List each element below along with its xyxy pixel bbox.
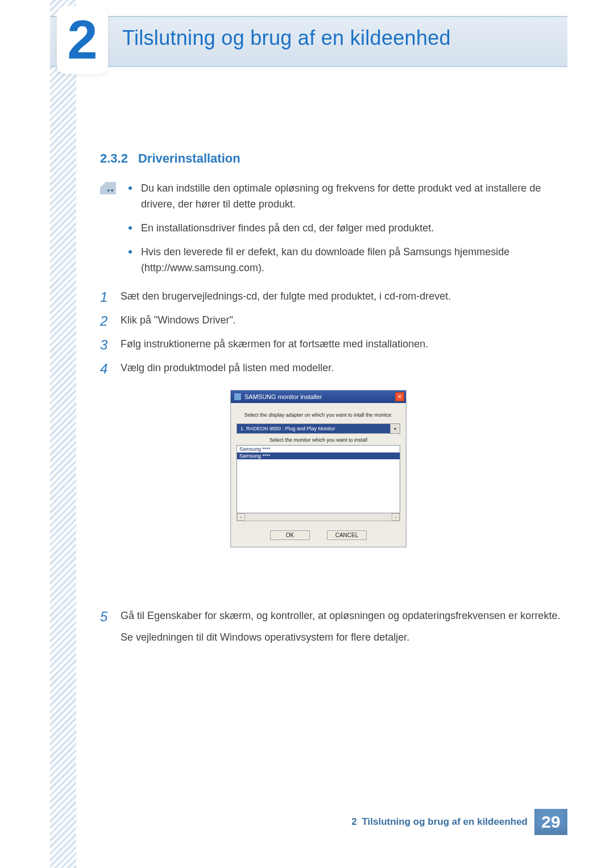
step-subtext: Se vejledningen til dit Windows operativ… (100, 630, 561, 646)
footer-chapter-label: 2 Tilslutning og brug af en kildeenhed (351, 816, 528, 828)
note-item: Hvis den leverede fil er defekt, kan du … (126, 244, 561, 276)
note-list: Du kan indstille den optimale opløsning … (126, 181, 561, 284)
adapter-select-value: 1. RADEON 9550 : Plug and Play Monitor (237, 423, 390, 434)
note-text: En installationsdriver findes på den cd,… (141, 222, 434, 234)
dialog-body: Select the display adapter on which you … (231, 403, 406, 547)
section-heading: 2.3.2 Driverinstallation (100, 151, 240, 166)
monitor-list[interactable]: Samsung **** Samsung **** (237, 445, 400, 513)
list-item-selected[interactable]: Samsung **** (237, 452, 400, 459)
step-number: 2 (100, 310, 107, 331)
chapter-title: Tilslutning og brug af en kildeenhed (122, 26, 451, 50)
dialog-button-row: OK CANCEL (237, 530, 400, 540)
note-item: Du kan indstille den optimale opløsning … (126, 181, 561, 213)
step-item: 1 Sæt den brugervejlednings-cd, der fulg… (100, 289, 561, 305)
note-item: En installationsdriver findes på den cd,… (126, 221, 561, 236)
chapter-badge: 2 (57, 6, 108, 74)
page-number: 29 (534, 809, 567, 835)
section-number: 2.3.2 (100, 151, 128, 166)
step-text: Sæt den brugervejlednings-cd, der fulgte… (121, 290, 451, 302)
dialog-instruction-1: Select the display adapter on which you … (237, 412, 400, 418)
step-number: 4 (100, 358, 107, 379)
step-text: Vælg din produktmodel på listen med mode… (121, 362, 334, 373)
note-text: Du kan indstille den optimale opløsning … (141, 182, 541, 210)
step-5-block: 5 Gå til Egenskaber for skærm, og kontro… (100, 608, 561, 646)
footer-chapter-number: 2 (351, 816, 356, 827)
chevron-down-icon[interactable]: ▾ (390, 423, 400, 434)
close-icon[interactable]: × (395, 392, 404, 401)
chapter-number: 2 (67, 13, 97, 67)
step-number: 3 (100, 334, 107, 355)
step-item: 5 Gå til Egenskaber for skærm, og kontro… (100, 608, 561, 624)
installer-dialog: SAMSUNG monitor installer × Select the d… (230, 390, 406, 547)
cancel-button[interactable]: CANCEL (327, 530, 367, 540)
list-item[interactable]: Samsung **** (237, 446, 400, 452)
document-page: 2 Tilslutning og brug af en kildeenhed 2… (0, 0, 614, 868)
dialog-titlebar: SAMSUNG monitor installer × (231, 391, 406, 403)
dialog-title-text: SAMSUNG monitor installer (244, 393, 322, 400)
step-item: 2 Klik på "Windows Driver". (100, 313, 561, 329)
scroll-left-icon[interactable]: ‹ (237, 513, 245, 521)
dialog-instruction-2: Select the monitor which you want to ins… (237, 437, 400, 443)
ok-button[interactable]: OK (270, 530, 310, 540)
steps-list: 1 Sæt den brugervejlednings-cd, der fulg… (100, 289, 561, 384)
left-tab-strip (50, 0, 76, 868)
footer-chapter-title: Tilslutning og brug af en kildeenhed (362, 816, 528, 827)
page-footer: 2 Tilslutning og brug af en kildeenhed 2… (50, 809, 567, 835)
step-number: 5 (100, 606, 107, 627)
horizontal-scrollbar[interactable]: ‹ › (237, 513, 400, 521)
step-text: Se vejledningen til dit Windows operativ… (121, 632, 409, 643)
step-number: 1 (100, 286, 107, 308)
step-text: Følg instruktionerne på skærmen for at f… (121, 338, 428, 350)
step-text: Gå til Egenskaber for skærm, og kontroll… (121, 610, 560, 621)
note-block: Du kan indstille den optimale opløsning … (100, 181, 561, 284)
step-item: 4 Vælg din produktmodel på listen med mo… (100, 360, 561, 376)
scroll-right-icon[interactable]: › (392, 513, 400, 521)
note-icon (100, 182, 116, 194)
note-text: Hvis den leverede fil er defekt, kan du … (141, 246, 509, 273)
step-item: 3 Følg instruktionerne på skærmen for at… (100, 337, 561, 352)
adapter-select[interactable]: 1. RADEON 9550 : Plug and Play Monitor ▾ (237, 423, 400, 434)
section-title: Driverinstallation (138, 151, 240, 166)
app-icon (234, 393, 241, 400)
step-text: Klik på "Windows Driver". (121, 314, 236, 326)
